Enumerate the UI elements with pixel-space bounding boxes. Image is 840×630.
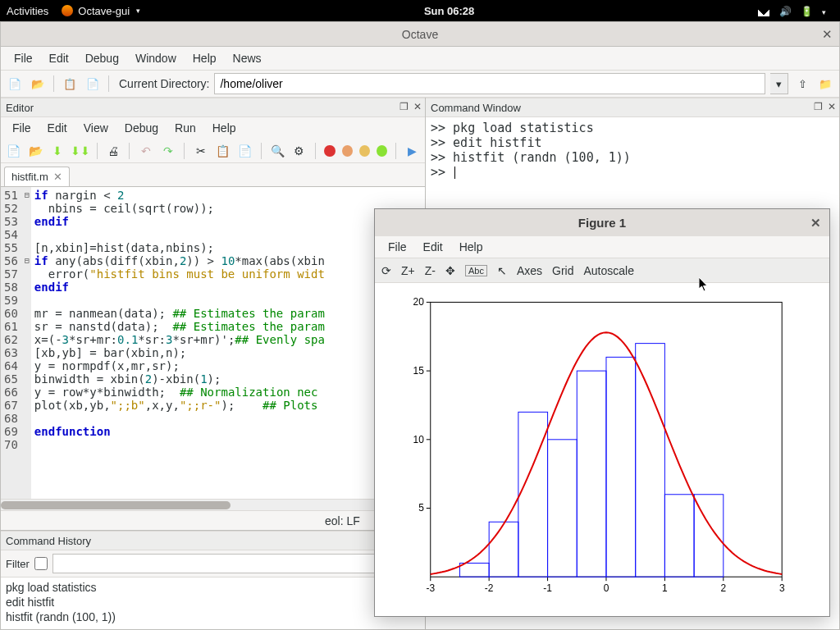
figure-window[interactable]: Figure 1 ✕ FileEditHelp ⟳ Z+ Z- ✥ Abc ↖ …: [374, 208, 830, 617]
current-directory-label: Current Directory:: [119, 77, 209, 90]
svg-rect-23: [459, 564, 489, 578]
editor-undock-icon[interactable]: ❐: [399, 101, 409, 112]
command-window-title[interactable]: Command Window ❐ ✕: [426, 98, 839, 117]
insert-text-button[interactable]: Abc: [465, 265, 487, 276]
svg-rect-26: [548, 440, 578, 577]
copy-editor-icon[interactable]: 📋: [215, 143, 231, 159]
window-titlebar[interactable]: Octave ✕: [1, 22, 839, 47]
editor-panel-title[interactable]: Editor ❐ ✕: [1, 98, 425, 117]
grid-button[interactable]: Grid: [552, 264, 573, 277]
new-script-icon[interactable]: 📄: [6, 75, 24, 93]
figure-menu-help[interactable]: Help: [451, 238, 491, 256]
editor-close-icon[interactable]: ✕: [413, 101, 422, 112]
open-folder-icon[interactable]: 📂: [29, 75, 47, 93]
menu-window[interactable]: Window: [127, 48, 185, 68]
svg-rect-29: [636, 344, 665, 578]
history-list[interactable]: pkg load statisticsedit histfithistfit (…: [1, 577, 425, 629]
menu-file[interactable]: File: [6, 48, 41, 68]
svg-rect-24: [489, 523, 518, 578]
svg-rect-30: [664, 495, 694, 577]
figure-canvas[interactable]: -3-2-101235101520: [375, 283, 829, 616]
figure-title: Figure 1: [578, 216, 626, 230]
svg-text:-3: -3: [426, 583, 435, 595]
browse-folder-icon[interactable]: 📁: [816, 75, 834, 93]
select-cursor-icon[interactable]: ↖: [497, 264, 507, 277]
command-history-panel: Command History ❐ ✕ Filter pkg load stat…: [1, 530, 425, 629]
tab-close-icon[interactable]: ✕: [53, 171, 62, 183]
editor-toolbar: 📄 📂 ⬇ ⬇⬇ 🖨 ↶ ↷ ✂ 📋 📄 🔍 ⚙: [1, 139, 425, 163]
editor-menu-help[interactable]: Help: [204, 119, 244, 137]
history-item[interactable]: histfit (randn (100, 1)): [6, 609, 420, 624]
svg-rect-28: [606, 358, 636, 578]
menu-help[interactable]: Help: [185, 48, 225, 68]
current-directory-input[interactable]: [214, 73, 765, 94]
figure-toolbar: ⟳ Z+ Z- ✥ Abc ↖ Axes Grid Autoscale: [375, 258, 829, 283]
pan-icon[interactable]: ✥: [445, 264, 455, 277]
filter-checkbox[interactable]: [34, 557, 48, 570]
paste-editor-icon[interactable]: 📄: [237, 143, 253, 159]
cmdwin-close-icon[interactable]: ✕: [828, 101, 836, 112]
history-item[interactable]: pkg load statistics: [6, 580, 420, 595]
cut-icon[interactable]: ✂: [193, 143, 208, 159]
svg-text:1: 1: [662, 583, 668, 595]
svg-text:2: 2: [720, 583, 726, 595]
history-item[interactable]: edit histfit: [6, 595, 420, 609]
editor-menubar: FileEditViewDebugRunHelp: [1, 117, 425, 139]
system-menu-icon[interactable]: [822, 5, 833, 16]
gnome-topbar: Activities Octave-gui Sun 06:28: [0, 0, 840, 21]
status-eol: eol: LF: [325, 514, 360, 527]
editor-menu-edit[interactable]: Edit: [39, 119, 75, 137]
figure-close-icon[interactable]: ✕: [810, 216, 821, 231]
breakpoint-stop-icon[interactable]: [324, 145, 335, 157]
up-directory-icon[interactable]: ⇧: [793, 75, 811, 93]
volume-icon[interactable]: [779, 5, 791, 16]
zoom-in-button[interactable]: Z+: [401, 264, 415, 277]
undo-icon[interactable]: ↶: [138, 143, 153, 159]
svg-text:3: 3: [779, 583, 785, 595]
figure-rotate-icon[interactable]: ⟳: [381, 264, 391, 277]
autoscale-button[interactable]: Autoscale: [584, 264, 634, 277]
editor-hscrollbar[interactable]: [1, 499, 425, 510]
editor-menu-run[interactable]: Run: [167, 119, 204, 137]
breakpoint-continue-icon[interactable]: [377, 145, 387, 157]
new-file-icon[interactable]: 📄: [6, 143, 21, 159]
editor-statusbar: eol: LF line: 49: [1, 510, 425, 530]
breakpoint-step-icon[interactable]: [359, 145, 370, 157]
run-icon[interactable]: ▶: [404, 143, 420, 159]
copy-icon[interactable]: 📋: [61, 75, 79, 93]
scrollbar-thumb[interactable]: [1, 501, 231, 509]
zoom-out-button[interactable]: Z-: [425, 264, 436, 277]
preferences-icon[interactable]: ⚙: [292, 143, 308, 159]
editor-menu-debug[interactable]: Debug: [116, 119, 167, 137]
filter-input[interactable]: [52, 554, 420, 573]
redo-icon[interactable]: ↷: [160, 143, 176, 159]
editor-menu-view[interactable]: View: [75, 119, 116, 137]
save-all-icon[interactable]: ⬇⬇: [72, 143, 89, 159]
code-editor[interactable]: 5152535455565758596061626364656667686970…: [1, 186, 425, 499]
battery-icon[interactable]: [801, 5, 812, 16]
activities-button[interactable]: Activities: [7, 5, 48, 17]
svg-text:5: 5: [418, 503, 424, 514]
clock[interactable]: Sun 06:28: [140, 5, 758, 17]
editor-menu-file[interactable]: File: [4, 119, 39, 137]
axes-button[interactable]: Axes: [517, 264, 542, 277]
window-close-icon[interactable]: ✕: [822, 27, 833, 42]
menu-edit[interactable]: Edit: [41, 48, 77, 68]
menu-news[interactable]: News: [225, 48, 270, 68]
save-icon[interactable]: ⬇: [50, 143, 66, 159]
editor-tab-histfit[interactable]: histfit.m ✕: [4, 167, 70, 186]
directory-dropdown-icon[interactable]: ▾: [770, 73, 788, 94]
figure-titlebar[interactable]: Figure 1 ✕: [375, 209, 829, 236]
figure-menu-file[interactable]: File: [380, 238, 415, 256]
print-icon[interactable]: 🖨: [106, 143, 121, 159]
paste-icon[interactable]: 📄: [84, 75, 102, 93]
find-icon[interactable]: 🔍: [270, 143, 285, 159]
open-file-icon[interactable]: 📂: [28, 143, 43, 159]
app-menu[interactable]: Octave-gui: [62, 5, 140, 17]
network-icon[interactable]: [758, 5, 769, 16]
cmdwin-undock-icon[interactable]: ❐: [814, 101, 823, 112]
breakpoint-next-icon[interactable]: [342, 145, 353, 157]
menu-debug[interactable]: Debug: [77, 48, 127, 68]
command-history-title[interactable]: Command History ❐ ✕: [1, 531, 425, 550]
figure-menu-edit[interactable]: Edit: [415, 238, 451, 256]
